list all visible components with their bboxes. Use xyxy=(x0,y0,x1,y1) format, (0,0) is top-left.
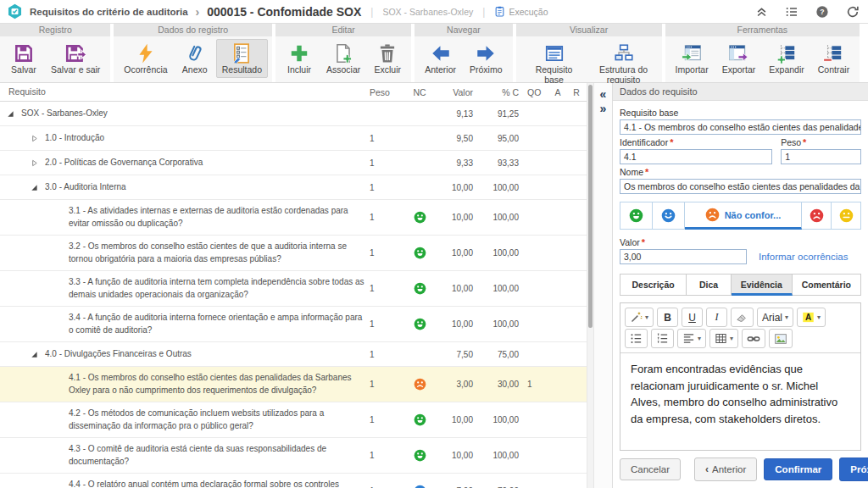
column-requisito[interactable]: Requisito xyxy=(0,86,370,98)
refresh-icon[interactable] xyxy=(846,5,860,19)
ribbon-button-resultado[interactable]: Resultado xyxy=(216,39,268,78)
table-row[interactable]: SOX - Sarbanes-Oxley9,1391,25 xyxy=(0,102,587,126)
ribbon-button-excluir[interactable]: Excluir xyxy=(368,39,407,78)
ribbon-button-anexo[interactable]: Anexo xyxy=(175,39,214,78)
requisito-label: 4.2 - Os métodos de comunicação incluem … xyxy=(69,408,366,432)
font-family-select[interactable]: Arial▾ xyxy=(757,308,793,327)
ribbon-button-salvar[interactable]: Salvar xyxy=(4,39,43,78)
table-row[interactable]: 3.1 - As atividades internas e externas … xyxy=(0,200,587,236)
tree-collapse-icon[interactable] xyxy=(31,351,38,358)
table-row[interactable]: 4.4 - O relatóro anual contém uma declar… xyxy=(0,474,587,488)
tab-dica[interactable]: Dica xyxy=(687,274,732,296)
tab-evidencia[interactable]: Evidência xyxy=(732,274,793,296)
ribbon-button-ocorrencia[interactable]: Ocorrência xyxy=(118,39,173,78)
ribbon-button-anterior[interactable]: Anterior xyxy=(419,39,462,78)
ribbon-button-associar[interactable]: Associar xyxy=(320,39,366,78)
ribbon-button-salvar-e-sair[interactable]: Salvar e sair xyxy=(45,39,106,78)
smiley-smile-icon xyxy=(661,208,676,223)
peso-field[interactable]: 1 xyxy=(781,149,861,164)
ribbon-group-dados-do-registro: Dados do registroOcorrênciaAnexoResultad… xyxy=(114,24,272,82)
column-qo[interactable]: QO xyxy=(519,87,549,97)
expand-panel-icon[interactable]: » xyxy=(600,103,607,115)
top-bar: Requisitos do critério de auditoria › 00… xyxy=(0,0,868,24)
next-button[interactable]: Próximo› xyxy=(839,458,868,481)
font-color-button[interactable]: A▾ xyxy=(797,308,826,327)
image-button[interactable] xyxy=(769,329,793,348)
list-icon[interactable] xyxy=(785,5,798,19)
ribbon-button-incluir[interactable]: Incluir xyxy=(280,39,319,78)
conformity-neutral-option[interactable] xyxy=(832,202,861,230)
percent-c-value: 100,00 xyxy=(473,248,519,258)
ribbon-button-requisito-base[interactable]: Requisito base xyxy=(520,39,588,88)
requisito-base-field[interactable]: 4.1 - Os membros do conselho estão cient… xyxy=(620,119,861,135)
evidence-text[interactable]: Foram encontradas evidências que relacio… xyxy=(620,353,860,450)
collapse-ribbon-icon[interactable] xyxy=(755,5,768,18)
conformity-sad-option[interactable] xyxy=(802,202,832,230)
base-requirement-window-icon xyxy=(543,42,565,64)
conformity-smile-option[interactable] xyxy=(653,202,685,230)
tree-expand-icon[interactable] xyxy=(31,135,38,142)
tree-collapse-icon[interactable] xyxy=(31,184,38,191)
link-button[interactable] xyxy=(742,329,765,348)
column-percent-c[interactable]: % C xyxy=(473,87,519,97)
ribbon-button-importar[interactable]: Importar xyxy=(670,39,715,78)
table-button[interactable]: ▾ xyxy=(709,329,738,348)
ribbon-button-estrutura-do-requisito[interactable]: Estrutura do requisito xyxy=(590,39,658,88)
mode-label: Execução xyxy=(509,7,548,17)
underline-button[interactable]: U xyxy=(682,308,703,327)
table-row[interactable]: 3.3 - A função de auditoria interna tem … xyxy=(0,271,587,307)
table-row[interactable]: 3.2 - Os membros do conselho estão cient… xyxy=(0,236,587,271)
numbered-list-button[interactable] xyxy=(651,329,674,348)
identificador-field[interactable]: 4.1 xyxy=(620,149,772,164)
ribbon-button-expandir[interactable]: Expandir xyxy=(763,39,810,78)
column-a[interactable]: A xyxy=(549,87,566,97)
nome-field[interactable]: Os membros do conselho estão cientes das… xyxy=(620,179,861,194)
tree-collapse-icon[interactable] xyxy=(7,110,14,118)
align-button[interactable]: ▾ xyxy=(677,329,706,348)
column-nc[interactable]: NC xyxy=(405,87,434,97)
valor-field[interactable]: 3,00 xyxy=(620,249,747,264)
help-icon[interactable]: ? xyxy=(815,5,829,19)
save-icon xyxy=(13,42,35,64)
magic-wand-button[interactable]: ▾ xyxy=(625,308,654,327)
table-row[interactable]: 1.0 - Introdução19,5095,00 xyxy=(0,126,587,151)
scrollbar-thumb[interactable] xyxy=(588,85,593,328)
eraser-button[interactable] xyxy=(731,308,754,327)
conformity-nonconform-option[interactable]: Não confor... xyxy=(685,202,802,230)
link-icon xyxy=(747,332,760,346)
smiley-grin-icon xyxy=(629,208,643,223)
confirm-button[interactable]: Confirmar xyxy=(764,458,832,480)
ribbon-button-contrair[interactable]: Contrair xyxy=(812,39,855,78)
collapse-panel-icon[interactable]: « xyxy=(600,88,607,101)
tree-expand-icon[interactable] xyxy=(31,159,38,167)
table-row[interactable]: 3.0 - Auditoria Interna110,00100,00 xyxy=(0,175,587,200)
table-row[interactable]: 4.1 - Os membros do conselho estão cient… xyxy=(0,367,587,402)
informar-ocorrencias-link[interactable]: Informar ocorrências xyxy=(759,252,848,262)
conformity-grin-option[interactable] xyxy=(620,202,653,230)
tab-descricao[interactable]: Descrição xyxy=(620,274,687,296)
table-row[interactable]: 3.4 - A função de auditoria interna forn… xyxy=(0,307,587,342)
ribbon-button-label: Expandir xyxy=(769,65,804,75)
italic-button[interactable]: I xyxy=(706,308,727,327)
column-peso[interactable]: Peso xyxy=(370,87,405,97)
app-logo-icon xyxy=(7,3,23,19)
vertical-scrollbar[interactable] xyxy=(587,83,593,488)
requisito-label: 1.0 - Introdução xyxy=(45,132,104,145)
column-valor[interactable]: Valor xyxy=(434,87,473,97)
column-r[interactable]: R xyxy=(566,87,587,97)
nc-smiley-grin-icon xyxy=(405,211,434,224)
ribbon-button-proximo[interactable]: Próximo xyxy=(464,39,509,78)
breadcrumb[interactable]: Requisitos do critério de auditoria xyxy=(30,7,188,17)
bold-button[interactable]: B xyxy=(657,308,678,327)
bullet-list-button[interactable] xyxy=(625,329,648,348)
previous-button[interactable]: ‹Anterior xyxy=(694,458,757,481)
cancel-button[interactable]: Cancelar xyxy=(620,458,681,480)
table-row[interactable]: 4.3 - O comitê de auditoria está ciente … xyxy=(0,438,587,474)
percent-c-value: 95,00 xyxy=(473,134,519,143)
tab-comentario[interactable]: Comentário xyxy=(793,274,861,296)
table-row[interactable]: 4.2 - Os métodos de comunicação incluem … xyxy=(0,402,587,438)
ribbon-button-exportar[interactable]: Exportar xyxy=(716,39,762,78)
table-row[interactable]: 4.0 - Divulgações Financeiras e Outras17… xyxy=(0,342,587,367)
execution-clipboard-icon xyxy=(494,6,505,17)
table-row[interactable]: 2.0 - Políticas de Governança Corporativ… xyxy=(0,151,587,175)
